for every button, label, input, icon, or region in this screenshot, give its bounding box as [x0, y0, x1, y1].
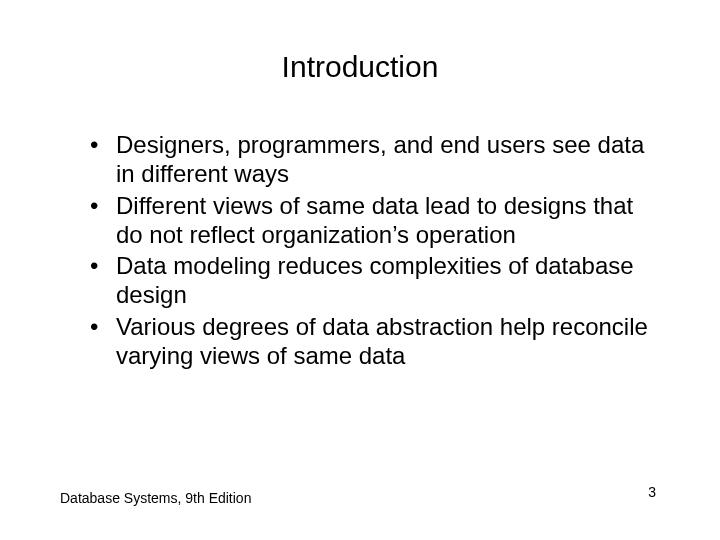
list-item: Different views of same data lead to des…: [90, 191, 660, 250]
bullet-list: Designers, programmers, and end users se…: [60, 130, 660, 370]
slide: Introduction Designers, programmers, and…: [0, 0, 720, 540]
list-item: Data modeling reduces complexities of da…: [90, 251, 660, 310]
list-item: Designers, programmers, and end users se…: [90, 130, 660, 189]
footer-source: Database Systems, 9th Edition: [60, 490, 251, 506]
page-number: 3: [648, 484, 656, 500]
list-item: Various degrees of data abstraction help…: [90, 312, 660, 371]
slide-title: Introduction: [60, 50, 660, 84]
